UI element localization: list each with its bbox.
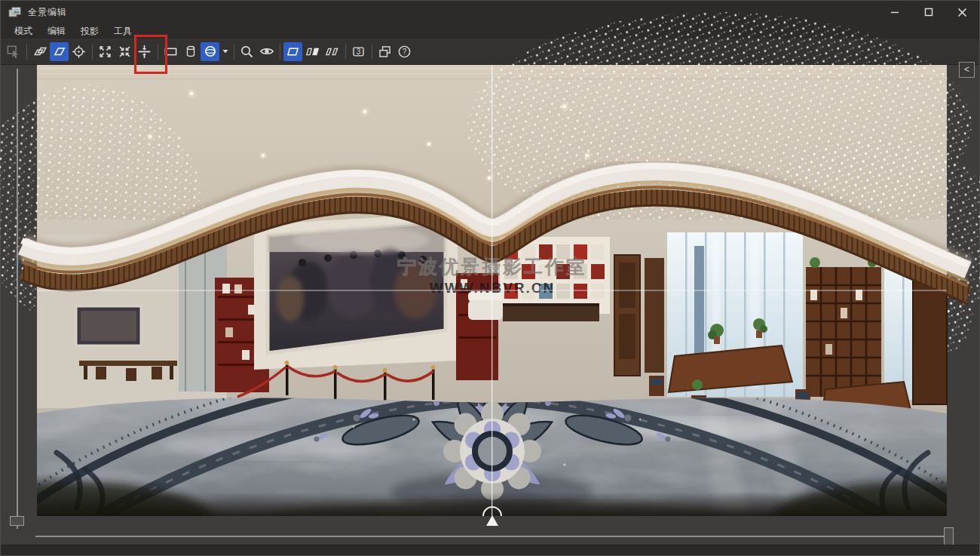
vertical-center-icon	[137, 45, 152, 59]
toolbar-separator	[372, 44, 372, 60]
status-bar	[1, 545, 979, 555]
question-mark-icon: ?	[397, 45, 412, 59]
magnifier-icon	[240, 45, 254, 59]
one-pane-icon	[286, 45, 300, 59]
toolbar-separator	[158, 44, 158, 60]
help-button[interactable]: ?	[395, 42, 414, 61]
arrows-expand-icon	[98, 45, 112, 59]
svg-text:?: ?	[403, 48, 407, 56]
menu-mode[interactable]: 模式	[7, 25, 40, 38]
stacked-projection-button[interactable]	[30, 42, 49, 61]
two-pane-icon	[305, 45, 320, 59]
toolbar-separator	[234, 44, 234, 60]
cursor-select-icon	[6, 45, 20, 59]
toolbar-separator	[92, 44, 93, 60]
sphere-view-button[interactable]	[201, 42, 219, 61]
parallelogram-icon	[53, 45, 66, 58]
crosshair-target-icon	[72, 45, 86, 59]
sphere-icon	[204, 45, 217, 58]
vertical-slider-track[interactable]	[17, 69, 18, 529]
svg-text:3: 3	[357, 48, 361, 56]
center-marker-triangle[interactable]	[486, 515, 498, 526]
dropdown-caret-icon	[222, 48, 229, 55]
single-view-button[interactable]	[283, 42, 302, 61]
preview-button[interactable]	[257, 42, 276, 61]
eye-icon	[259, 44, 274, 59]
arrange-windows-button[interactable]	[375, 42, 394, 61]
horizontal-slider-track[interactable]	[35, 536, 949, 537]
maximize-icon	[924, 8, 933, 17]
panel-collapse-button[interactable]: <	[959, 62, 975, 78]
projection-options-button[interactable]	[220, 42, 230, 61]
expand-fit-button[interactable]	[96, 42, 115, 61]
vertical-slider-handle[interactable]	[10, 516, 24, 526]
panorama-projection-button[interactable]	[50, 42, 69, 61]
select-tool-button[interactable]	[4, 42, 23, 61]
panorama-canvas[interactable]: 宁波优景摄影工作室 WWW.NBVR.CN	[37, 65, 947, 516]
rectangle-icon	[164, 45, 178, 59]
close-icon	[957, 8, 967, 17]
minimize-button[interactable]	[877, 1, 911, 23]
maximize-button[interactable]	[911, 1, 945, 23]
horizontal-slider-handle[interactable]	[944, 527, 954, 545]
panorama-editor-window: 全景编辑 模式 编辑 投影 工具	[0, 0, 980, 556]
toolbar-separator	[345, 44, 346, 60]
double-parallelogram-icon	[33, 45, 47, 58]
cascade-windows-icon	[378, 45, 392, 59]
panorama-app-icon	[8, 7, 21, 18]
flat-view-button[interactable]	[161, 42, 180, 61]
arrows-collapse-icon	[118, 45, 132, 59]
numbered-pane-icon: 3	[351, 45, 366, 59]
facing-pages-icon	[325, 45, 339, 59]
toolbar-separator	[26, 44, 27, 60]
cylinder-view-button[interactable]	[181, 42, 200, 61]
split-view-button[interactable]	[303, 42, 322, 61]
title-bar: 全景编辑	[1, 1, 979, 23]
minimize-icon	[890, 8, 899, 17]
shrink-fit-button[interactable]	[115, 42, 134, 61]
triple-view-button[interactable]: 3	[349, 42, 368, 61]
menu-projection[interactable]: 投影	[73, 25, 106, 38]
close-button[interactable]	[945, 1, 979, 23]
center-point-button[interactable]	[69, 42, 88, 61]
window-title: 全景编辑	[28, 6, 67, 19]
menu-tools[interactable]: 工具	[106, 25, 139, 38]
flatten-horizon-button[interactable]	[135, 42, 154, 61]
menu-edit[interactable]: 编辑	[40, 25, 73, 38]
bookshelf	[806, 257, 881, 397]
book-view-button[interactable]	[323, 42, 341, 61]
panorama-image[interactable]: 宁波优景摄影工作室 WWW.NBVR.CN	[37, 65, 947, 516]
cylinder-icon	[184, 45, 198, 58]
zoom-tool-button[interactable]	[237, 42, 256, 61]
toolbar-separator	[280, 44, 280, 60]
